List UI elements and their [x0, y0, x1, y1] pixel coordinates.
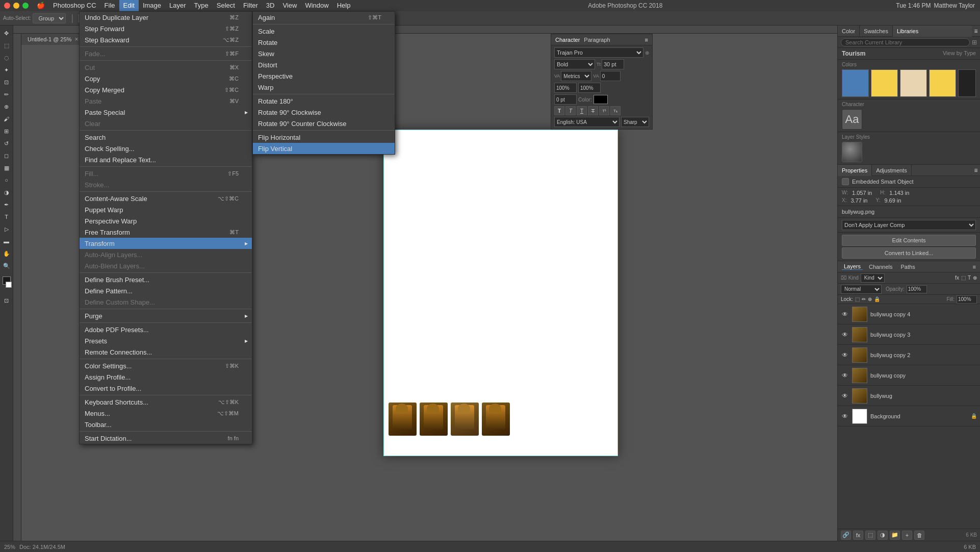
menu-search[interactable]: Search — [80, 132, 252, 143]
layer-filter-select[interactable]: Kind — [861, 273, 885, 283]
menu-paste[interactable]: Paste ⌘V — [80, 95, 252, 107]
swatch-tan[interactable] — [900, 69, 927, 97]
layer-vis-2[interactable]: 👁 — [841, 351, 849, 359]
menu-type[interactable]: Type — [190, 0, 213, 11]
layer-delete-button[interactable]: 🗑 — [914, 531, 924, 540]
tab-adjustments[interactable]: Adjustments — [872, 165, 912, 176]
move-tool[interactable]: ✥ — [1, 28, 12, 39]
dodge-tool[interactable]: ◑ — [1, 187, 12, 198]
menu-auto-blend[interactable]: Auto-Blend Layers... — [80, 260, 252, 271]
brush-tool[interactable]: 🖌 — [1, 113, 12, 124]
menu-clear[interactable]: Clear — [80, 118, 252, 129]
libraries-search-input[interactable] — [841, 38, 970, 46]
submenu-skew[interactable]: Skew — [253, 48, 395, 59]
menu-window[interactable]: Window — [301, 0, 332, 11]
swatch-yellow[interactable] — [871, 69, 898, 97]
submenu-rotate90cw[interactable]: Rotate 90° Clockwise — [253, 107, 395, 118]
type-icon[interactable]: T — [968, 275, 971, 281]
swatch-blue[interactable] — [842, 69, 869, 97]
lock-paint-icon[interactable]: ✏ — [862, 296, 866, 302]
tab-paths[interactable]: Paths — [899, 264, 917, 270]
canvas-close[interactable]: × — [74, 34, 78, 45]
clone-tool[interactable]: ⊞ — [1, 126, 12, 137]
blur-tool[interactable]: ○ — [1, 174, 12, 186]
autoselect-select[interactable]: GroupLayer — [33, 13, 66, 23]
para-tab[interactable]: Paragraph — [584, 37, 610, 43]
submenu-rotate180[interactable]: Rotate 180° — [253, 95, 395, 107]
shape-tool[interactable]: ▬ — [1, 236, 12, 247]
font-family-select[interactable]: Trajan Pro — [554, 47, 643, 58]
menu-cut[interactable]: Cut ⌘X — [80, 62, 252, 73]
menu-fade[interactable]: Fade... ⇧⌘F — [80, 48, 252, 59]
menu-menus[interactable]: Menus... ⌥⇧⌘M — [80, 408, 252, 419]
tab-channels[interactable]: Channels — [867, 264, 894, 270]
menu-free-transform[interactable]: Free Transform ⌘T — [80, 227, 252, 238]
adjust-icon[interactable]: ⬚ — [961, 275, 966, 281]
menu-pdf-presets[interactable]: Adobe PDF Presets... — [80, 324, 252, 335]
layer-item-5[interactable]: 👁 Background 🔒 — [838, 406, 980, 426]
canvas-tab[interactable]: Untitled-1 @ 25% × — [21, 34, 85, 45]
scale-h-input[interactable] — [578, 83, 601, 93]
background-color[interactable] — [6, 282, 12, 288]
quick-select-tool[interactable]: ✦ — [1, 64, 12, 76]
layer-vis-4[interactable]: 👁 — [841, 392, 849, 400]
crop-tool[interactable]: ⊡ — [1, 77, 12, 88]
layer-item-4[interactable]: 👁 bullywug — [838, 386, 980, 406]
layer-vis-5[interactable]: 👁 — [841, 412, 849, 420]
menu-undo[interactable]: Undo Duplicate Layer ⌘Z — [80, 12, 252, 23]
menu-define-brush[interactable]: Define Brush Preset... — [80, 274, 252, 285]
menu-define-shape[interactable]: Define Custom Shape... — [80, 296, 252, 308]
language-select[interactable]: English: USA — [554, 117, 620, 127]
history-brush[interactable]: ↺ — [1, 138, 12, 149]
submenu-again[interactable]: Again ⇧⌘T — [253, 12, 395, 23]
zoom-tool[interactable]: 🔍 — [1, 260, 12, 271]
menu-auto-align[interactable]: Auto-Align Layers... — [80, 249, 252, 260]
hand-tool[interactable]: ✋ — [1, 248, 12, 259]
close-button[interactable] — [4, 3, 10, 9]
layer-vis-1[interactable]: 👁 — [841, 331, 849, 339]
menu-select[interactable]: Select — [213, 0, 239, 11]
panel-options-icon[interactable]: ≡ — [972, 26, 980, 37]
fill-input[interactable] — [957, 295, 977, 304]
submenu-distort[interactable]: Distort — [253, 59, 395, 70]
menu-find[interactable]: Find and Replace Text... — [80, 154, 252, 165]
menu-define-pattern[interactable]: Define Pattern... — [80, 285, 252, 296]
menu-step-forward[interactable]: Step Forward ⇧⌘Z — [80, 23, 252, 34]
layer-adjustment-button[interactable]: ◑ — [878, 531, 888, 540]
layer-vis-3[interactable]: 👁 — [841, 371, 849, 380]
edit-contents-button[interactable]: Edit Contents — [842, 235, 976, 246]
menu-transform[interactable]: Transform — [80, 238, 252, 249]
convert-linked-button[interactable]: Convert to Linked... — [842, 247, 976, 259]
font-style-select[interactable]: Bold — [554, 59, 595, 69]
bold-btn[interactable]: T — [554, 106, 564, 115]
superscript-btn[interactable]: T¹ — [599, 106, 609, 115]
eyedropper-tool[interactable]: ✏ — [1, 89, 12, 100]
marquee-tool[interactable]: ⬚ — [1, 40, 12, 51]
char-tab[interactable]: Character — [555, 37, 580, 43]
menu-remote[interactable]: Remote Connections... — [80, 346, 252, 358]
menu-edit[interactable]: Edit — [119, 0, 139, 11]
lasso-tool[interactable]: ◌ — [1, 52, 12, 63]
baseline-input[interactable] — [554, 94, 577, 105]
menu-3d[interactable]: 3D — [262, 0, 279, 11]
antialias-select[interactable]: Sharp — [621, 117, 649, 127]
submenu-perspective[interactable]: Perspective — [253, 70, 395, 82]
tab-swatches[interactable]: Swatches — [860, 26, 893, 37]
menu-stroke[interactable]: Stroke... — [80, 179, 252, 190]
tab-libraries[interactable]: Libraries — [893, 26, 972, 37]
view-type-button[interactable]: ⊞ — [972, 39, 977, 46]
font-size-input[interactable] — [602, 59, 624, 69]
heal-tool[interactable]: ⊕ — [1, 101, 12, 112]
layer-comp-select[interactable]: Don't Apply Layer Comp — [842, 220, 976, 230]
menu-view[interactable]: View — [278, 0, 301, 11]
layer-link-button[interactable]: 🔗 — [841, 531, 851, 540]
menu-color-settings[interactable]: Color Settings... ⇧⌘K — [80, 360, 252, 371]
submenu-warp[interactable]: Warp — [253, 82, 395, 93]
menu-assign-profile[interactable]: Assign Profile... — [80, 371, 252, 383]
swatch-black[interactable] — [958, 69, 976, 97]
menu-convert-profile[interactable]: Convert to Profile... — [80, 383, 252, 394]
menu-image[interactable]: Image — [139, 0, 165, 11]
submenu-flip-v[interactable]: Flip Vertical — [253, 143, 395, 154]
menu-keyboard[interactable]: Keyboard Shortcuts... ⌥⇧⌘K — [80, 396, 252, 408]
layer-mask-button[interactable]: ⬚ — [865, 531, 875, 540]
